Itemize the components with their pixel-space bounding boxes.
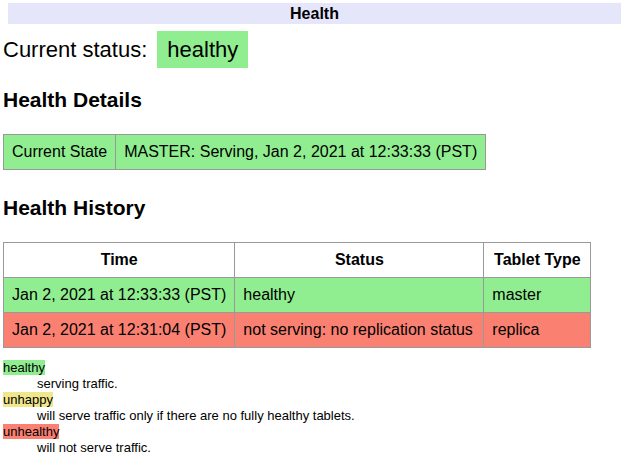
column-header-status: Status	[235, 243, 484, 278]
legend-term-unhealthy: unhealthy	[3, 424, 59, 439]
table-header-row: Time Status Tablet Type	[4, 243, 591, 278]
status-badge: healthy	[157, 31, 248, 68]
column-header-time: Time	[4, 243, 235, 278]
table-row: Jan 2, 2021 at 12:33:33 (PST) healthy ma…	[4, 278, 591, 313]
health-details-heading: Health Details	[3, 88, 621, 112]
health-details-table: Current State MASTER: Serving, Jan 2, 20…	[3, 134, 486, 170]
current-state-row: Current State MASTER: Serving, Jan 2, 20…	[4, 135, 486, 170]
current-state-label: Current State	[4, 135, 116, 170]
history-tablet-type: replica	[484, 313, 591, 348]
table-row: Jan 2, 2021 at 12:31:04 (PST) not servin…	[4, 313, 591, 348]
history-status: healthy	[235, 278, 484, 313]
legend-term: unhappy	[3, 392, 621, 408]
current-state-value: MASTER: Serving, Jan 2, 2021 at 12:33:33…	[116, 135, 486, 170]
page-header: Health	[8, 3, 621, 24]
legend-description-unhappy: will serve traffic only if there are no …	[37, 408, 621, 424]
legend-term-unhappy: unhappy	[3, 392, 53, 407]
legend-term-healthy: healthy	[3, 360, 45, 375]
current-status-line: Current status:healthy	[3, 37, 621, 62]
history-time: Jan 2, 2021 at 12:31:04 (PST)	[4, 313, 235, 348]
legend-description-healthy: serving traffic.	[37, 376, 621, 392]
legend-description-unhealthy: will not serve traffic.	[37, 440, 621, 452]
history-status: not serving: no replication status	[235, 313, 484, 348]
health-history-table: Time Status Tablet Type Jan 2, 2021 at 1…	[3, 242, 591, 348]
health-history-heading: Health History	[3, 196, 621, 220]
page-title: Health	[290, 5, 339, 22]
column-header-tablet-type: Tablet Type	[484, 243, 591, 278]
current-status-label: Current status:	[3, 37, 147, 62]
legend-term: healthy	[3, 360, 621, 376]
legend: healthy serving traffic. unhappy will se…	[3, 360, 621, 452]
history-time: Jan 2, 2021 at 12:33:33 (PST)	[4, 278, 235, 313]
history-tablet-type: master	[484, 278, 591, 313]
legend-term: unhealthy	[3, 424, 621, 440]
